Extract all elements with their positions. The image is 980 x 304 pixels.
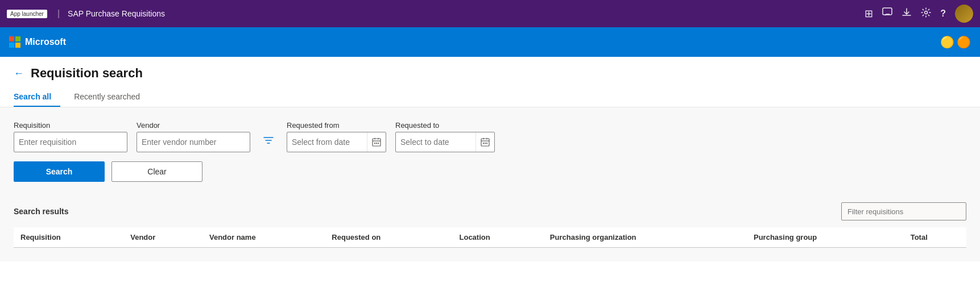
col-total: Total	[904, 227, 966, 248]
col-vendor: Vendor	[123, 227, 202, 248]
header-emoji-1: 🟡	[940, 35, 954, 49]
requested-from-label: Requested from	[287, 121, 386, 130]
requisition-field: Requisition	[14, 121, 127, 152]
requested-to-wrapper	[395, 132, 495, 152]
ms-sq-green	[15, 36, 20, 41]
vendor-input[interactable]	[137, 132, 250, 152]
requested-from-wrapper	[287, 132, 386, 152]
results-header: Search results	[14, 193, 966, 227]
avatar-image	[955, 5, 973, 23]
search-area: Requisition Vendor Requested from	[0, 107, 980, 193]
col-requisition: Requisition	[14, 227, 123, 248]
vendor-label: Vendor	[137, 121, 250, 130]
page-title: Requisition search	[31, 66, 143, 81]
nav-icon-group: ⊞ ?	[865, 5, 973, 23]
ms-sq-red	[9, 36, 14, 41]
tabs-container: Search all Recently searched	[0, 81, 980, 107]
col-purchasing-org: Purchasing organization	[543, 227, 747, 248]
svg-rect-6	[481, 139, 489, 146]
settings-icon[interactable]	[921, 7, 931, 20]
requested-from-field: Requested from	[287, 121, 386, 152]
download-icon[interactable]	[902, 7, 912, 20]
top-navigation: App launcher | SAP Purchase Requisitions…	[0, 0, 980, 27]
tab-recently-searched[interactable]: Recently searched	[65, 88, 149, 107]
svg-rect-7	[483, 143, 484, 144]
col-requested-on: Requested on	[325, 227, 452, 248]
app-launcher-badge[interactable]: App launcher	[7, 10, 47, 18]
app-name-label: SAP Purchase Requisitions	[68, 9, 165, 18]
requisition-input[interactable]	[14, 132, 127, 152]
user-avatar[interactable]	[955, 5, 973, 23]
results-section: Search results Requisition Vendor Vendor…	[0, 193, 980, 261]
ms-logo-squares	[9, 36, 20, 48]
ms-logo-text: Microsoft	[25, 37, 66, 47]
vendor-field: Vendor	[137, 121, 250, 152]
col-vendor-name: Vendor name	[202, 227, 325, 248]
chat-icon[interactable]	[882, 7, 892, 20]
help-icon[interactable]: ?	[940, 9, 946, 19]
ms-sq-yellow	[15, 43, 20, 48]
ms-header-bar: Microsoft 🟡 🟠	[0, 27, 980, 57]
ms-header-right: 🟡 🟠	[940, 35, 971, 49]
svg-rect-9	[486, 143, 487, 144]
svg-rect-5	[378, 143, 379, 144]
clear-button[interactable]: Clear	[111, 161, 202, 182]
results-title: Search results	[14, 207, 69, 216]
ms-sq-blue	[9, 43, 14, 48]
svg-rect-4	[376, 143, 377, 144]
svg-point-1	[925, 11, 928, 14]
tab-search-all[interactable]: Search all	[14, 88, 60, 107]
results-table: Requisition Vendor Vendor name Requested…	[14, 227, 966, 248]
back-button[interactable]: ←	[14, 68, 24, 80]
col-purchasing-group: Purchasing group	[747, 227, 904, 248]
col-location: Location	[453, 227, 543, 248]
filter-icon-wrapper	[259, 132, 278, 152]
requested-to-input[interactable]	[396, 132, 475, 152]
requested-to-calendar-icon[interactable]	[475, 132, 494, 152]
requested-to-field: Requested to	[395, 121, 495, 152]
filter-icon[interactable]	[263, 135, 274, 149]
svg-rect-8	[485, 143, 486, 144]
waffle-icon[interactable]: ⊞	[865, 7, 873, 20]
requested-to-label: Requested to	[395, 121, 495, 130]
svg-rect-3	[374, 143, 375, 144]
filter-requisitions-input[interactable]	[841, 202, 966, 220]
svg-rect-2	[373, 139, 381, 146]
form-fields-row: Requisition Vendor Requested from	[14, 121, 966, 152]
page-content: ← Requisition search Search all Recently…	[0, 57, 980, 304]
nav-separator: |	[57, 9, 60, 19]
svg-rect-0	[883, 8, 892, 15]
requested-from-input[interactable]	[287, 132, 367, 152]
page-header: ← Requisition search	[0, 57, 980, 81]
button-row: Search Clear	[14, 161, 966, 182]
header-emoji-2: 🟠	[957, 35, 971, 49]
microsoft-logo[interactable]: Microsoft	[9, 36, 66, 48]
search-button[interactable]: Search	[14, 161, 105, 182]
requisition-label: Requisition	[14, 121, 127, 130]
table-header: Requisition Vendor Vendor name Requested…	[14, 227, 966, 248]
requested-from-calendar-icon[interactable]	[367, 132, 386, 152]
